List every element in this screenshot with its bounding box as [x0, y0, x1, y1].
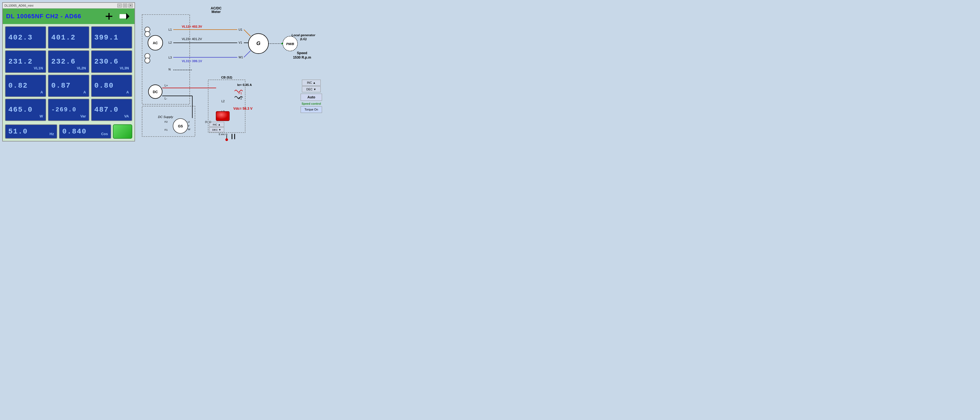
vdc-label: Vdc= 58.3 V	[233, 107, 253, 111]
header: DL 10065NF CH2 - AD66	[3, 9, 134, 24]
w-value: 465.0	[8, 106, 33, 114]
ac-label: AC	[153, 41, 158, 45]
f1-gs-label: F1	[165, 128, 168, 131]
red-indicator[interactable]	[216, 111, 229, 120]
display-va: 487.0 VA	[91, 99, 132, 121]
gs-u: U	[188, 120, 190, 123]
displays-grid: 402.3 401.2 399.1 231.2 VL1N 232.6 VL2N …	[3, 24, 134, 123]
va-label: VA	[124, 114, 129, 119]
display-var: -269.0 Var	[48, 99, 89, 121]
acdc-meter-label2: Meter	[212, 10, 221, 14]
i2-label: A	[83, 90, 86, 95]
vl3n-value: 230.6	[94, 57, 119, 66]
window-title: DL10065_AD66_mini	[5, 4, 33, 7]
header-controls	[102, 11, 131, 22]
connection-dot	[282, 43, 283, 44]
display-vl31: 399.1	[91, 26, 132, 49]
close-button[interactable]: ✕	[128, 3, 133, 8]
w-label: W	[40, 114, 43, 119]
svg-rect-2	[119, 14, 126, 19]
var-value: -269.0	[51, 106, 76, 113]
local-gen-label1: Local generator	[291, 33, 315, 37]
schematic-diagram: AC/DC Meter AC L1 L2 L3 N VL12= 402.3V V…	[140, 2, 330, 141]
l1-label: L1	[169, 28, 172, 31]
display-vl23: 401.2	[48, 26, 89, 49]
dec-right-label: DEC ▼	[306, 87, 316, 91]
w1-gen-line	[244, 51, 250, 57]
display-i2: 0.87 A	[48, 74, 89, 97]
speed-label: Speed	[297, 51, 307, 55]
auto-label: Auto	[307, 95, 315, 99]
gs-w: W	[188, 128, 190, 131]
display-vl2n: 232.6 VL2N	[48, 50, 89, 73]
svg-marker-3	[126, 13, 129, 20]
local-gen-label2: (LG)	[300, 37, 307, 41]
ie-label: Ie= 0.45 A	[237, 83, 252, 87]
green-run-button[interactable]	[113, 124, 132, 139]
i3-label: A	[126, 90, 129, 95]
vl2n-value: 232.6	[51, 57, 76, 66]
u1-label: U1	[239, 28, 242, 31]
vl23-value: 401.2	[51, 33, 76, 42]
display-i1: 0.82 A	[5, 74, 46, 97]
i1-label: A	[40, 90, 43, 95]
display-vl1n: 231.2 VL1N	[5, 50, 46, 73]
u1-gen-line	[244, 30, 250, 36]
speed-value: 1530 R.p.m	[293, 55, 311, 59]
i2-value: 0.87	[51, 81, 70, 90]
vl12-schematic: VL12= 402.3V	[182, 25, 202, 28]
transformer-l1b	[145, 32, 150, 37]
vl3n-label: VL3N	[120, 66, 129, 71]
inc-cb-label: INC ▲	[213, 123, 221, 126]
display-vl3n: 230.6 VL3N	[91, 50, 132, 73]
i1-value: 0.82	[8, 81, 28, 90]
va-value: 487.0	[94, 106, 119, 114]
vl12-value: 402.3	[8, 33, 33, 42]
dc-supply-box	[142, 106, 195, 136]
dc-supply-label: DC Supply	[158, 115, 173, 119]
export-button[interactable]	[118, 11, 131, 22]
v1-label: V1	[239, 41, 242, 44]
title-bar: DL10065_AD66_mini – □ ✕	[3, 3, 134, 9]
display-w: 465.0 W	[5, 99, 46, 121]
i3-value: 0.80	[94, 81, 114, 90]
acdc-meter-label: AC/DC	[210, 6, 221, 10]
display-hz: 51.0 Hz	[5, 124, 57, 139]
display-i3: 0.80 A	[91, 74, 132, 97]
inc-right-label: INC ▲	[307, 81, 315, 84]
cos-label: Cos	[101, 132, 108, 136]
torque-on-label: Torque On	[305, 108, 318, 111]
n-label: N	[169, 68, 171, 71]
vl2n-label: VL2N	[76, 66, 86, 71]
speed-control-label: Speed control	[302, 102, 321, 105]
l2-cb-label: L2	[221, 100, 225, 103]
vl23-schematic: VL23= 401.2V	[182, 37, 202, 41]
display-vl12: 402.3	[5, 26, 46, 49]
hz-label: Hz	[49, 132, 54, 136]
zero-one-label: (0, 1)	[205, 120, 211, 123]
generator-label: G	[256, 40, 261, 46]
hz-value: 51.0	[8, 127, 28, 136]
vl31-schematic: VL31= 399.1V	[182, 59, 202, 63]
cb-label: CB (52)	[221, 76, 232, 79]
schematic-panel: AC/DC Meter AC L1 L2 L3 N VL12= 402.3V V…	[137, 0, 332, 144]
l3-label: L3	[169, 56, 172, 59]
meter-window: DL10065_AD66_mini – □ ✕ DL 10065NF CH2 -…	[2, 2, 135, 141]
maximize-button[interactable]: □	[123, 3, 127, 8]
add-button[interactable]	[102, 11, 116, 22]
minimize-button[interactable]: –	[117, 3, 122, 8]
gs-label: GS	[178, 124, 183, 128]
ground-dot	[226, 138, 228, 141]
pmb-label: PM/B	[286, 42, 294, 46]
w1-label: W1	[239, 55, 243, 59]
var-label: Var	[80, 114, 86, 119]
header-title: DL 10065NF CH2 - AD66	[6, 13, 81, 20]
dc-label: DC	[153, 90, 158, 94]
lplus-label: L+	[165, 84, 168, 87]
vl31-value: 399.1	[94, 33, 119, 42]
l2-label: L2	[169, 41, 172, 44]
e-enc-label: E enc m	[219, 133, 228, 136]
display-cos: 0.840 Cos	[59, 124, 111, 139]
title-bar-controls: – □ ✕	[117, 3, 133, 8]
cos-value: 0.840	[62, 127, 87, 136]
